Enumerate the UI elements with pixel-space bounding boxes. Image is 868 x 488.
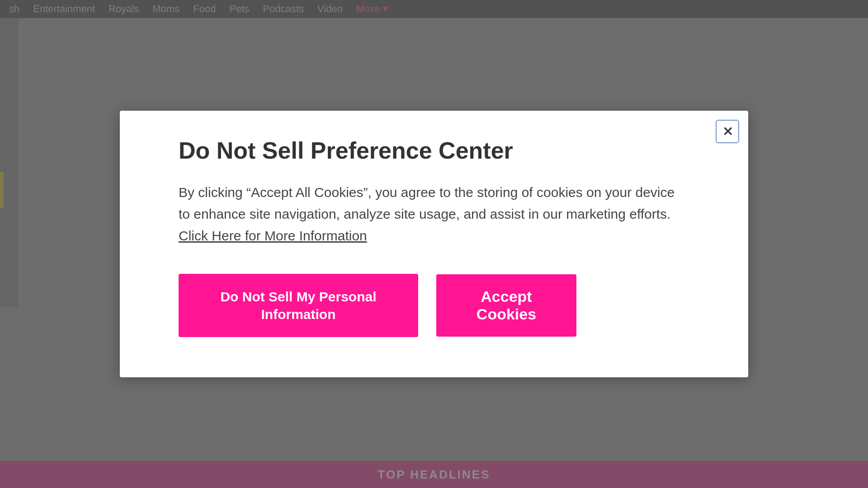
modal-body-text: By clicking “Accept All Cookies”, you ag… (179, 182, 676, 247)
modal-close-button[interactable]: ✕ (716, 120, 739, 143)
accept-cookies-button[interactable]: Accept Cookies (436, 274, 576, 337)
close-icon: ✕ (722, 124, 733, 139)
modal-buttons: Do Not Sell My Personal Information Acce… (179, 274, 712, 337)
modal-title: Do Not Sell Preference Center (179, 138, 712, 164)
more-info-link[interactable]: Click Here for More Information (179, 228, 367, 243)
do-not-sell-button[interactable]: Do Not Sell My Personal Information (179, 274, 418, 337)
modal-overlay: ✕ Do Not Sell Preference Center By click… (0, 0, 868, 488)
cookie-preference-modal: ✕ Do Not Sell Preference Center By click… (120, 111, 748, 377)
